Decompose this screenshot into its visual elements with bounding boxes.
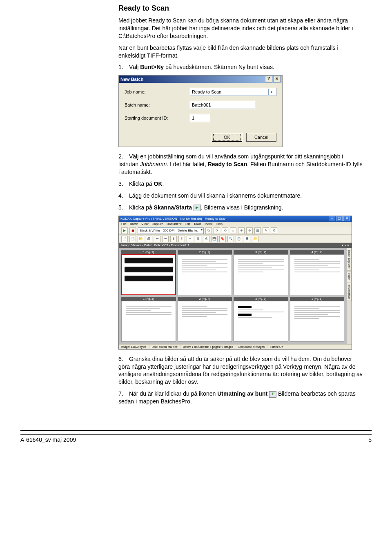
tb-icon-2[interactable]: ⟳ [214, 227, 220, 234]
viewer-header-controls[interactable]: ▾ × × [342, 243, 349, 247]
tb-icon-9[interactable]: ⚙ [271, 227, 277, 234]
thumb-header: 4 (Pg. 2) [290, 250, 345, 254]
thumb-header: 2 (Pg. 2) [178, 250, 232, 254]
tb2-icon-13[interactable]: 🔖 [219, 236, 226, 242]
tb2-icon-11[interactable]: 🖨 [203, 236, 209, 242]
status-disk: Disk: 55058 MB free [149, 345, 180, 348]
tb2-icon-8[interactable]: ⬇ [178, 236, 185, 242]
cancel-button[interactable]: Cancel [246, 133, 276, 142]
side-tab-index[interactable]: Index [347, 271, 352, 282]
scan-start-icon: ▶ [194, 205, 201, 211]
close-icon[interactable]: ✕ [343, 216, 350, 221]
batch-output-icon: ⬆ [269, 391, 276, 398]
dialog-close-button[interactable]: ✕ [273, 76, 281, 82]
app-menubar[interactable]: File Batch View Capture Document Edit To… [119, 222, 352, 227]
app-titlebar: KODAK Capture Pro (TRIAL VERSION - Not f… [119, 216, 352, 222]
status-filters: Filters: Off [267, 345, 285, 348]
thumb-header: 3 (Pg. 2) [234, 250, 288, 254]
step-3: 3. Klicka på OK. [118, 180, 363, 188]
side-tab-information[interactable]: Information [347, 283, 352, 301]
new-batch-dialog: New Batch ? ✕ Job name: Ready to Scan ▾ … [118, 75, 283, 147]
step-1: 1. Välj Bunt>Ny på huvudskärmen. Skärmen… [118, 63, 363, 71]
minimize-icon[interactable]: – [329, 216, 335, 221]
tb2-icon-4[interactable]: 🗐 [146, 236, 152, 242]
starting-id-input[interactable]: 1 [190, 114, 210, 122]
app-statusbar: Image: 14602 bytes Disk: 55058 MB free B… [119, 344, 352, 349]
thumbnail[interactable] [290, 301, 345, 342]
tb2-icon-1[interactable]: 📄 [121, 236, 128, 242]
thumb-header: 1 (Pg. 5) [290, 297, 345, 301]
tb2-icon-16[interactable]: 🞦 [244, 236, 250, 242]
thumbnail[interactable] [234, 254, 288, 295]
tb-icon-7[interactable]: ▦ [254, 227, 261, 234]
thumbnail[interactable] [121, 254, 176, 295]
menu-capture[interactable]: Capture [152, 222, 163, 226]
tb2-icon-15[interactable]: 📋 [236, 236, 242, 242]
step-2: 2. Välj en jobbinställning som du vill a… [118, 153, 363, 176]
status-batch: Batch: 1 documents; 6 pages; 9 images [180, 345, 236, 348]
tb-icon-5[interactable]: ⊕ [238, 227, 245, 234]
tb2-icon-9[interactable]: ✂ [187, 236, 193, 242]
tb-icon-8[interactable]: ✎ [263, 227, 269, 234]
status-image: Image: 14602 bytes [119, 345, 149, 348]
step-5: 5. Klicka på Skanna/Starta ▶. Bilderna v… [118, 204, 363, 212]
batch-name-label: Batch name: [125, 102, 190, 107]
batch-name-input[interactable]: Batch001 [190, 101, 255, 109]
image-viewer-header: Image Viewer - Batch: Batch003 - Documen… [119, 243, 352, 248]
footer-page-number: 5 [368, 437, 372, 443]
dialog-titlebar: New Batch ? ✕ [119, 76, 282, 83]
dialog-help-button[interactable]: ? [265, 76, 272, 82]
chevron-down-icon: ▾ [268, 89, 274, 95]
tb-icon-1[interactable]: ⧉ [205, 227, 212, 234]
dialog-title: New Batch [120, 77, 264, 82]
footer-doc-id: A-61640_sv maj 2009 [20, 437, 76, 443]
thumb-header: 1 (Pg. 1) [121, 250, 176, 254]
thumbnail-grid: 1 (Pg. 1) 2 (Pg. 2) 3 (Pg. [119, 248, 347, 344]
menu-help[interactable]: Help [216, 222, 223, 226]
intro-para-2: När en bunt bearbetas flyttas varje bild… [118, 44, 363, 60]
viewer-header-text: Image Viewer - Batch: Batch003 - Documen… [121, 243, 189, 247]
tb2-icon-6[interactable]: ➡ [162, 236, 169, 242]
step-6: 6. Granska dina bilder så att du är säke… [118, 355, 363, 386]
maximize-icon[interactable]: ▢ [336, 216, 343, 221]
tb2-icon-7[interactable]: ⬆ [170, 236, 177, 242]
stop-icon[interactable]: ◼ [129, 227, 136, 234]
tb2-icon-5[interactable]: ⬅ [154, 236, 160, 242]
menu-index[interactable]: Index [205, 222, 213, 226]
job-name-label: Job name: [125, 89, 190, 94]
ok-button[interactable]: OK [212, 133, 242, 142]
app-window-title: KODAK Capture Pro (TRIAL VERSION - Not f… [120, 217, 328, 220]
tb2-icon-14[interactable]: 🔍 [227, 236, 234, 242]
thumb-header: 3 (Pg. 5) [234, 297, 288, 301]
app-toolbar-2: 📄 📑 📂 🗐 ⬅ ➡ ⬆ ⬇ ✂ 🗑 🖨 💾 🔖 🔍 📋 🞦 📁 [119, 235, 352, 243]
tb2-icon-3[interactable]: 📂 [138, 236, 144, 242]
thumbnail[interactable] [121, 301, 176, 342]
job-name-dropdown[interactable]: Ready to Scan ▾ [190, 88, 276, 96]
side-tab-batch-explorer[interactable]: Batch Explorer [347, 248, 352, 271]
tb2-icon-12[interactable]: 💾 [211, 236, 218, 242]
menu-edit[interactable]: Edit [185, 222, 191, 226]
menu-file[interactable]: File [121, 222, 127, 226]
thumbnail[interactable] [234, 301, 288, 342]
thumbnail[interactable] [290, 254, 345, 295]
menu-view[interactable]: View [141, 222, 148, 226]
play-icon[interactable]: ▶ [121, 227, 128, 234]
scan-profile-dropdown[interactable]: Black & White - 200 DPI - Delete Blanks [138, 227, 204, 234]
tb2-icon-10[interactable]: 🗑 [195, 236, 201, 242]
tb2-icon-2[interactable]: 📑 [129, 236, 136, 242]
step-7: 7. När du är klar klickar du på ikonen U… [118, 390, 363, 405]
intro-para-1: Med jobbet Ready to Scan kan du börja sk… [118, 17, 363, 40]
menu-batch[interactable]: Batch [130, 222, 138, 226]
step-4: 4. Lägg de dokument som du vill skanna i… [118, 192, 363, 200]
tb-icon-6[interactable]: ⊖ [246, 227, 253, 234]
side-tabs: Batch Explorer Index Information [347, 248, 352, 344]
tb2-icon-17[interactable]: 📁 [252, 236, 258, 242]
status-document: Document: 9 images [236, 345, 267, 348]
tb-icon-3[interactable]: ⟲ [222, 227, 228, 234]
menu-document[interactable]: Document [167, 222, 181, 226]
thumbnail[interactable] [178, 254, 232, 295]
thumb-header: 2 (Pg. 4) [178, 297, 232, 301]
menu-tools[interactable]: Tools [194, 222, 201, 226]
tb-icon-4[interactable]: ⌕ [230, 227, 236, 234]
thumbnail[interactable] [178, 301, 232, 342]
